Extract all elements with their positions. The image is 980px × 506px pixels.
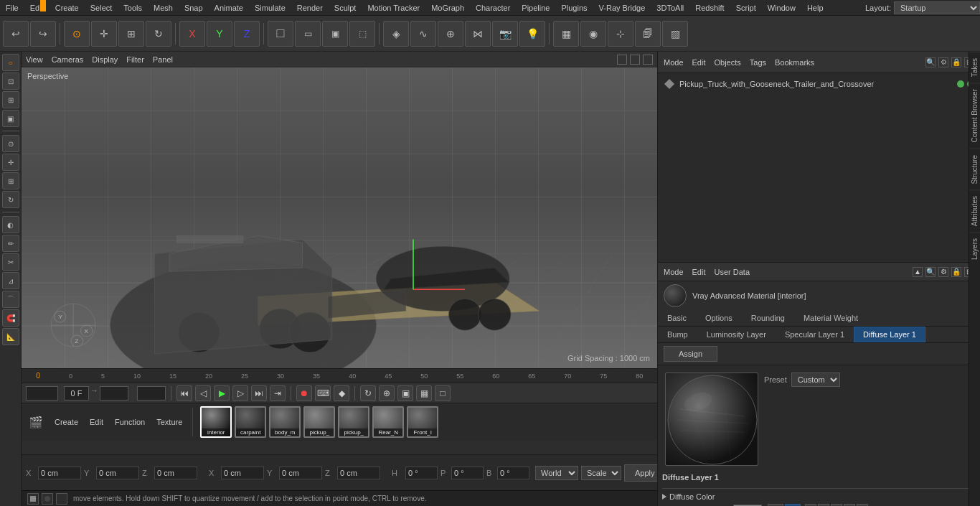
layout-select[interactable]: Startup Standard — [894, 1, 980, 14]
rotate-tool[interactable]: ↻ — [146, 21, 171, 47]
menu-pipeline[interactable]: Pipeline — [516, 2, 555, 14]
rotate-live[interactable]: ↻ — [2, 191, 19, 208]
attr-tab-luminosity[interactable]: Luminosity Layer — [697, 327, 776, 342]
attr-up-icon[interactable]: ▲ — [913, 267, 923, 277]
goto-start-btn[interactable]: ⏮ — [176, 385, 192, 401]
camera-obj[interactable]: 📷 — [492, 21, 518, 47]
menu-render[interactable]: Render — [291, 2, 329, 14]
mat-menu-function[interactable]: Function — [112, 418, 148, 426]
scale-select[interactable]: Scale Size — [581, 466, 621, 480]
right-tab-structure[interactable]: Structure — [969, 149, 980, 190]
obj-menu-file[interactable]: Mode — [664, 58, 684, 67]
vp-icon-2[interactable] — [630, 55, 640, 65]
timeline-extra3[interactable]: □ — [435, 385, 451, 401]
diffuse-color-expand[interactable] — [662, 494, 666, 500]
menu-window[interactable]: Window — [762, 2, 801, 14]
menu-mesh[interactable]: Mesh — [148, 2, 179, 14]
render-all[interactable]: ⬚ — [349, 21, 375, 47]
scale-tool[interactable]: ⊞ — [118, 21, 144, 47]
z-axis-btn[interactable]: Z — [234, 21, 260, 47]
loop-btn[interactable]: ↻ — [360, 385, 376, 401]
obj-search-icon[interactable]: 🔍 — [925, 57, 936, 67]
timeline-extra2[interactable]: ▦ — [416, 385, 432, 401]
motion-paths-btn[interactable]: ⊕ — [379, 385, 395, 401]
goto-end-btn[interactable]: ⏭ — [251, 385, 267, 401]
menu-redshift[interactable]: Redshift — [689, 2, 730, 14]
right-tab-layers[interactable]: Layers — [969, 232, 980, 266]
render-view[interactable]: ▣ — [322, 21, 348, 47]
attr-tab-diffuse[interactable]: Diffuse Layer 1 — [854, 327, 925, 342]
mat-thumb-body[interactable]: body_m — [269, 406, 301, 438]
attr-gear-icon[interactable]: ⚙ — [938, 267, 948, 277]
attr-tab-bump[interactable]: Bump — [658, 327, 697, 342]
select-tool[interactable]: ⊙ — [64, 21, 90, 47]
knife-tool[interactable]: ✂ — [2, 253, 19, 271]
assign-button[interactable]: Assign — [664, 346, 717, 362]
vp-menu-panel[interactable]: Panel — [153, 55, 173, 64]
menu-help[interactable]: Help — [801, 2, 829, 14]
mat-thumb-pickup2[interactable]: pickup_ — [338, 406, 369, 438]
attr-tab-specular[interactable]: Specular Layer 1 — [776, 327, 854, 342]
spline-obj[interactable]: ∿ — [410, 21, 436, 47]
vp-menu-display[interactable]: Display — [92, 55, 118, 64]
mode-poly[interactable]: ▣ — [2, 110, 19, 127]
timeline-ruler[interactable]: 0 0 5 10 15 20 25 30 35 40 45 50 55 60 6… — [22, 369, 657, 383]
attr-tab-rounding[interactable]: Rounding — [742, 310, 794, 326]
obj-menu-bookmarks[interactable]: Bookmarks — [775, 58, 814, 67]
extrude-tool[interactable]: ⊿ — [2, 272, 19, 289]
attr-search-icon[interactable]: 🔍 — [925, 267, 936, 277]
menu-tools[interactable]: Tools — [118, 2, 148, 14]
light-obj[interactable]: 💡 — [519, 21, 545, 47]
magnet-tool[interactable]: 🧲 — [2, 309, 19, 327]
menu-mograph[interactable]: MoGraph — [425, 2, 470, 14]
generator-obj[interactable]: ⊕ — [438, 21, 463, 47]
obj-item-truck[interactable]: Pickup_Truck_with_Gooseneck_Trailer_and_… — [661, 76, 977, 92]
coord-x2-input[interactable] — [221, 467, 264, 479]
menu-plugins[interactable]: Plugins — [555, 2, 593, 14]
vp-icon-1[interactable] — [617, 55, 627, 65]
vp-menu-filter[interactable]: Filter — [126, 55, 143, 64]
move-live[interactable]: ✛ — [2, 154, 19, 171]
measure-tool[interactable]: 📐 — [2, 328, 19, 345]
y-axis-btn[interactable]: Y — [207, 21, 232, 47]
world-select[interactable]: World Object — [535, 466, 578, 480]
obj-gear-icon[interactable]: ⚙ — [938, 57, 948, 67]
timeline-extra1[interactable]: ▣ — [397, 385, 413, 401]
coord-z-input[interactable] — [154, 467, 197, 479]
attr-edit-btn[interactable]: Edit — [692, 268, 706, 276]
coord-h-input[interactable] — [405, 467, 438, 479]
vp-icon-3[interactable] — [643, 55, 653, 65]
preset-select[interactable]: Custom — [791, 373, 840, 387]
play-to-end-btn[interactable]: ⇥ — [270, 385, 286, 401]
menu-3dtoall[interactable]: 3DToAll — [651, 2, 689, 14]
keyframe-btn[interactable]: ◆ — [334, 385, 349, 401]
x-axis-btn[interactable]: X — [179, 21, 205, 47]
cube-tool[interactable]: □ — [268, 21, 293, 47]
mat-menu-create[interactable]: Create — [52, 418, 81, 426]
undo-button[interactable]: ↩ — [3, 21, 29, 47]
scale-live[interactable]: ⊞ — [2, 172, 19, 189]
attr-userdata-btn[interactable]: User Data — [715, 268, 750, 276]
obj-menu-objects[interactable]: Objects — [715, 58, 741, 67]
snap-btn[interactable]: ⊹ — [608, 21, 633, 47]
mat-menu-edit[interactable]: Edit — [87, 418, 106, 426]
obj-lock-icon[interactable]: 🔒 — [951, 57, 961, 67]
mode-edge[interactable]: ⊞ — [2, 91, 19, 108]
obj-menu-edit[interactable]: Edit — [692, 58, 706, 67]
mat-thumb-rear[interactable]: Rear_N — [372, 406, 404, 438]
select-live[interactable]: ⊙ — [2, 135, 19, 152]
coord-b-input[interactable] — [497, 467, 529, 479]
coord-x-input[interactable] — [38, 467, 81, 479]
menu-script[interactable]: Script — [730, 2, 762, 14]
right-tab-attributes[interactable]: Attributes — [969, 189, 980, 232]
prev-frame-btn[interactable]: ◁ — [195, 385, 211, 401]
deformer-obj[interactable]: ⋈ — [465, 21, 491, 47]
attr-mode-btn[interactable]: Mode — [664, 268, 684, 276]
coord-y-input[interactable] — [96, 467, 139, 479]
right-tab-takes[interactable]: Takes — [969, 52, 980, 83]
primitive-obj[interactable]: ◈ — [383, 21, 409, 47]
preview-end-input[interactable]: 90 F — [100, 386, 128, 400]
menu-file[interactable]: File — [0, 2, 24, 14]
menu-snap[interactable]: Snap — [179, 2, 209, 14]
paint-tool[interactable]: ✏ — [2, 235, 19, 252]
